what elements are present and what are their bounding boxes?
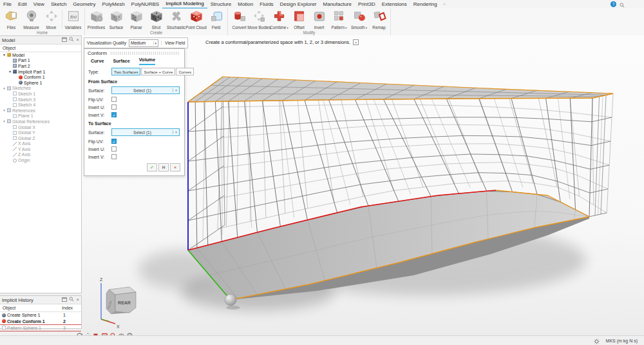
- quality-dropdown[interactable]: Medium ▾: [129, 39, 158, 47]
- expand-arrow-icon[interactable]: ▼: [8, 70, 12, 74]
- close-icon[interactable]: ×: [76, 297, 79, 302]
- view-cube[interactable]: ZXREARREAR: [87, 275, 145, 330]
- tree-item-sketch-1[interactable]: Sketch 1: [0, 91, 81, 97]
- hint-close-icon[interactable]: ×: [353, 39, 359, 45]
- tree-item-plane-1[interactable]: Plane 1: [0, 113, 81, 119]
- type-option-curves[interactable]: Curves: [176, 68, 194, 75]
- expand-arrow-icon[interactable]: ▼: [2, 86, 6, 90]
- view-field-button[interactable]: View Field: [161, 41, 185, 45]
- chevron-down-icon[interactable]: ▾: [345, 26, 347, 30]
- tab-volume[interactable]: Volume: [139, 57, 155, 65]
- tree-item-conform-1[interactable]: Conform 1: [0, 74, 81, 80]
- offset-button[interactable]: Offset: [289, 9, 309, 30]
- tree-item-y-axis[interactable]: Y Axis: [0, 146, 81, 152]
- checkbox-to-surface-invert-v-[interactable]: [111, 154, 117, 159]
- surface-select[interactable]: Select (1)×: [111, 86, 180, 94]
- close-icon[interactable]: ×: [76, 37, 79, 43]
- checkbox-to-surface-invert-u-[interactable]: [111, 146, 117, 152]
- type-option-surface-curve[interactable]: Surface + Curve: [141, 68, 175, 75]
- menu-item-implicit-modeling[interactable]: Implicit Modeling: [162, 0, 207, 9]
- dialog-drag-handle[interactable]: [111, 52, 180, 55]
- tree-item-references[interactable]: ▼References: [0, 108, 81, 113]
- select-clear-icon[interactable]: ×: [173, 88, 179, 92]
- tree-item-sketch-3[interactable]: Sketch 3: [0, 97, 81, 103]
- expand-arrow-icon[interactable]: ▼: [2, 53, 6, 57]
- planar-button[interactable]: Planar: [126, 9, 146, 30]
- menu-item-manufacture[interactable]: Manufacture: [320, 1, 355, 8]
- tree-item-implicit-part-1[interactable]: ▼Implicit Part 1: [0, 69, 81, 75]
- menu-item-polynurbs[interactable]: PolyNURBS: [128, 1, 163, 8]
- move-bodies-button[interactable]: Move Bodies: [249, 9, 269, 30]
- tree-item-sketch-4[interactable]: Sketch 4: [0, 102, 81, 108]
- tab-surface[interactable]: Surface: [113, 58, 129, 65]
- menu-item-view[interactable]: View: [30, 1, 48, 8]
- tree-item-sketches[interactable]: ▼Sketches: [0, 86, 81, 92]
- tree-item-global-references[interactable]: ▼Global References: [0, 119, 81, 124]
- search-icon[interactable]: [69, 37, 74, 43]
- tree-item-z-axis[interactable]: Z Axis: [0, 152, 81, 158]
- menu-item-fluids[interactable]: Fluids: [256, 1, 276, 8]
- select-clear-icon[interactable]: ×: [173, 130, 179, 134]
- tab-curve[interactable]: Curve: [91, 58, 104, 65]
- menu-item-rendering[interactable]: Rendering: [410, 1, 440, 8]
- stochastic-button[interactable]: Stochastic: [166, 9, 186, 30]
- chevron-down-icon[interactable]: ▾: [287, 26, 289, 30]
- primitives-button[interactable]: Primitives: [86, 9, 106, 30]
- menu-item-print3d[interactable]: Print3D: [355, 1, 379, 8]
- menu-item-motion[interactable]: Motion: [234, 1, 256, 8]
- gear-icon[interactable]: [594, 335, 600, 345]
- pattern-button[interactable]: Pattern▾: [329, 9, 349, 30]
- menu-item-file[interactable]: File: [0, 1, 15, 8]
- tree-item-model[interactable]: ▼Model: [0, 52, 81, 58]
- confirm-button[interactable]: ✓: [147, 163, 157, 172]
- dock-icon[interactable]: [62, 297, 67, 303]
- 3d-viewport[interactable]: Create a conformal/parameterized space w…: [82, 35, 644, 335]
- checkbox-to-surface-flip-uv-[interactable]: ✓: [111, 139, 117, 144]
- remap-button[interactable]: Remap: [369, 9, 389, 30]
- point-cloud-button[interactable]: Point Cloud: [186, 9, 206, 30]
- menu-item-design-explorer[interactable]: Design Explorer: [277, 1, 320, 8]
- tree-item-global-z[interactable]: Global Z: [0, 135, 81, 141]
- expand-arrow-icon[interactable]: ▼: [2, 119, 6, 123]
- tree-item-global-x[interactable]: Global X: [0, 124, 81, 130]
- apply-button[interactable]: H: [158, 163, 169, 172]
- tree-item-origin[interactable]: Origin: [0, 157, 81, 163]
- dock-icon[interactable]: [62, 37, 67, 43]
- combine-button[interactable]: Combine▾: [269, 9, 289, 30]
- tree-item-global-y[interactable]: Global Y: [0, 130, 81, 135]
- cancel-button[interactable]: ×: [170, 163, 180, 172]
- surface-select[interactable]: Select (1)×: [111, 128, 180, 136]
- menu-item-edit[interactable]: Edit: [15, 1, 30, 8]
- expand-arrow-icon[interactable]: ▼: [2, 108, 6, 112]
- menu-overflow-icon[interactable]: +: [440, 1, 449, 7]
- chevron-down-icon[interactable]: ▾: [366, 26, 368, 30]
- menu-item-polymesh[interactable]: PolyMesh: [99, 1, 128, 8]
- invert-button[interactable]: Invert: [309, 9, 329, 30]
- checkbox-from-surface-invert-u-[interactable]: [111, 104, 117, 110]
- type-option-two-surfaces[interactable]: Two Surfaces: [111, 68, 140, 75]
- tree-item-sphere-1[interactable]: Sphere 1: [0, 80, 81, 86]
- history-row-create-sphere-1[interactable]: Create Sphere 11: [0, 312, 81, 318]
- move-button[interactable]: Move: [41, 9, 61, 30]
- checkbox-from-surface-invert-v-[interactable]: ✓: [111, 112, 117, 117]
- tree-item-part-1[interactable]: Part 1: [0, 58, 81, 64]
- measure-button[interactable]: Measure: [21, 9, 41, 30]
- tree-item-x-axis[interactable]: X Axis: [0, 141, 81, 147]
- tree-item-part-2[interactable]: Part 2: [0, 63, 81, 69]
- files-button[interactable]: Files: [1, 9, 21, 30]
- variables-button[interactable]: f(x)Variables: [63, 9, 83, 30]
- menu-item-extensions[interactable]: Extensions: [379, 1, 410, 8]
- search-icon[interactable]: [69, 297, 74, 303]
- strut-button[interactable]: Strut: [146, 9, 166, 30]
- surface-button[interactable]: Surface: [106, 9, 126, 30]
- menu-item-geometry[interactable]: Geometry: [70, 1, 99, 8]
- convert-button[interactable]: Convert: [229, 9, 249, 30]
- history-row-create-conform-1[interactable]: Create Conform 12: [0, 318, 81, 324]
- field-button[interactable]: Field: [206, 9, 226, 30]
- help-icon[interactable]: ?: [611, 1, 616, 7]
- menu-item-structure[interactable]: Structure: [207, 1, 234, 8]
- smooth-button[interactable]: Smooth▾: [349, 9, 369, 30]
- history-row-pattern-sphere-1[interactable]: Pattern Sphere 13: [0, 324, 81, 331]
- menu-item-sketch[interactable]: Sketch: [48, 1, 70, 8]
- checkbox-from-surface-flip-uv-[interactable]: [111, 97, 117, 102]
